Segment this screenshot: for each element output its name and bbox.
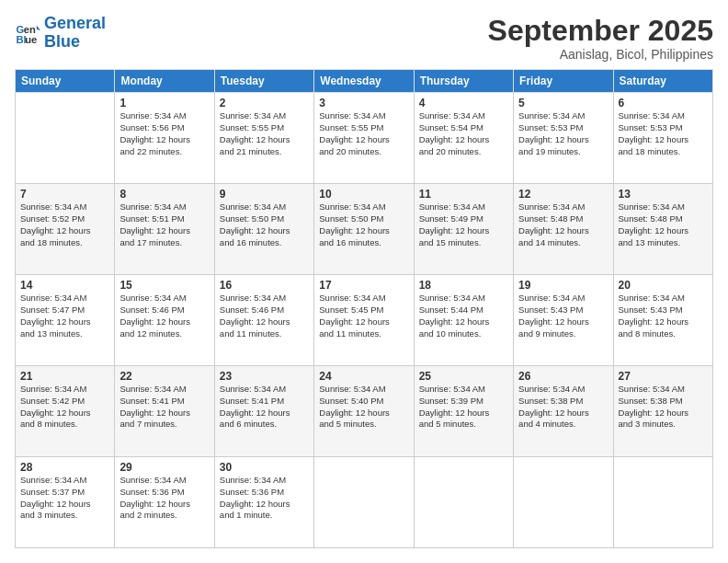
day-number: 25 <box>419 370 508 383</box>
calendar-cell <box>514 457 613 548</box>
day-info: Sunrise: 5:34 AMSunset: 5:38 PMDaylight:… <box>619 384 708 431</box>
day-number: 22 <box>119 370 209 383</box>
calendar-header-saturday: Saturday <box>613 70 712 93</box>
day-info: Sunrise: 5:34 AMSunset: 5:46 PMDaylight:… <box>119 293 209 339</box>
day-number: 8 <box>119 188 209 201</box>
day-number: 27 <box>619 370 708 383</box>
day-info: Sunrise: 5:34 AMSunset: 5:55 PMDaylight:… <box>220 110 309 157</box>
day-number: 23 <box>220 370 309 383</box>
day-number: 4 <box>419 97 508 109</box>
day-number: 29 <box>119 461 209 474</box>
location-subtitle: Aanislag, Bicol, Philippines <box>488 47 713 62</box>
day-number: 12 <box>518 188 608 201</box>
calendar-cell: 4 Sunrise: 5:34 AMSunset: 5:54 PMDayligh… <box>414 93 513 184</box>
calendar-cell: 23 Sunrise: 5:34 AMSunset: 5:41 PMDaylig… <box>214 366 313 457</box>
day-number: 14 <box>20 279 109 292</box>
day-number: 21 <box>20 370 109 383</box>
calendar-cell: 25 Sunrise: 5:34 AMSunset: 5:39 PMDaylig… <box>414 366 513 457</box>
calendar-cell: 3 Sunrise: 5:34 AMSunset: 5:55 PMDayligh… <box>314 93 414 184</box>
day-info: Sunrise: 5:34 AMSunset: 5:45 PMDaylight:… <box>319 293 408 339</box>
day-info: Sunrise: 5:34 AMSunset: 5:52 PMDaylight:… <box>20 201 109 248</box>
calendar-cell: 14 Sunrise: 5:34 AMSunset: 5:47 PMDaylig… <box>16 275 115 366</box>
day-info: Sunrise: 5:34 AMSunset: 5:56 PMDaylight:… <box>119 110 209 157</box>
calendar-header-thursday: Thursday <box>414 70 513 93</box>
calendar-cell: 19 Sunrise: 5:34 AMSunset: 5:43 PMDaylig… <box>514 275 613 366</box>
day-info: Sunrise: 5:34 AMSunset: 5:53 PMDaylight:… <box>518 110 608 157</box>
calendar-cell <box>613 457 712 548</box>
day-number: 19 <box>518 279 608 292</box>
calendar-cell: 24 Sunrise: 5:34 AMSunset: 5:40 PMDaylig… <box>314 366 414 457</box>
calendar-cell: 16 Sunrise: 5:34 AMSunset: 5:46 PMDaylig… <box>214 275 313 366</box>
day-info: Sunrise: 5:34 AMSunset: 5:48 PMDaylight:… <box>518 201 608 248</box>
calendar-header-tuesday: Tuesday <box>214 70 313 93</box>
day-info: Sunrise: 5:34 AMSunset: 5:39 PMDaylight:… <box>419 384 508 431</box>
day-info: Sunrise: 5:34 AMSunset: 5:36 PMDaylight:… <box>119 475 209 522</box>
day-info: Sunrise: 5:34 AMSunset: 5:50 PMDaylight:… <box>319 201 408 248</box>
day-number: 30 <box>220 461 309 474</box>
calendar-cell: 8 Sunrise: 5:34 AMSunset: 5:51 PMDayligh… <box>115 184 214 275</box>
calendar-cell: 12 Sunrise: 5:34 AMSunset: 5:48 PMDaylig… <box>514 184 613 275</box>
day-info: Sunrise: 5:34 AMSunset: 5:51 PMDaylight:… <box>119 201 209 248</box>
logo-text: GeneralBlue <box>44 15 106 52</box>
day-info: Sunrise: 5:34 AMSunset: 5:54 PMDaylight:… <box>419 110 508 157</box>
day-number: 11 <box>419 188 508 201</box>
day-number: 15 <box>119 279 209 292</box>
day-info: Sunrise: 5:34 AMSunset: 5:46 PMDaylight:… <box>220 293 309 339</box>
day-info: Sunrise: 5:34 AMSunset: 5:41 PMDaylight:… <box>119 384 209 431</box>
day-number: 20 <box>619 279 708 292</box>
day-number: 9 <box>220 188 309 201</box>
calendar-cell: 13 Sunrise: 5:34 AMSunset: 5:48 PMDaylig… <box>613 184 712 275</box>
day-number: 28 <box>20 461 109 474</box>
day-number: 6 <box>619 97 708 109</box>
day-info: Sunrise: 5:34 AMSunset: 5:42 PMDaylight:… <box>20 384 109 431</box>
month-title: September 2025 <box>488 15 713 47</box>
calendar-cell <box>414 457 513 548</box>
day-number: 1 <box>119 97 209 109</box>
calendar-cell: 11 Sunrise: 5:34 AMSunset: 5:49 PMDaylig… <box>414 184 513 275</box>
calendar-cell <box>16 93 115 184</box>
day-number: 7 <box>20 188 109 201</box>
page: G en Bl ue GeneralBlue September 2025 Aa… <box>0 0 728 563</box>
calendar-cell: 26 Sunrise: 5:34 AMSunset: 5:38 PMDaylig… <box>514 366 613 457</box>
title-block: September 2025 Aanislag, Bicol, Philippi… <box>488 15 713 62</box>
day-info: Sunrise: 5:34 AMSunset: 5:49 PMDaylight:… <box>419 201 508 248</box>
calendar-cell: 2 Sunrise: 5:34 AMSunset: 5:55 PMDayligh… <box>214 93 313 184</box>
day-number: 18 <box>419 279 508 292</box>
calendar-cell: 30 Sunrise: 5:34 AMSunset: 5:36 PMDaylig… <box>214 457 313 548</box>
day-number: 2 <box>220 97 309 109</box>
day-number: 3 <box>319 97 408 109</box>
day-info: Sunrise: 5:34 AMSunset: 5:40 PMDaylight:… <box>319 384 408 431</box>
calendar-header-friday: Friday <box>514 70 613 93</box>
day-info: Sunrise: 5:34 AMSunset: 5:55 PMDaylight:… <box>319 110 408 157</box>
calendar-cell: 22 Sunrise: 5:34 AMSunset: 5:41 PMDaylig… <box>115 366 214 457</box>
svg-marker-4 <box>37 25 40 30</box>
calendar-header-sunday: Sunday <box>16 70 115 93</box>
calendar-cell: 10 Sunrise: 5:34 AMSunset: 5:50 PMDaylig… <box>314 184 414 275</box>
day-number: 5 <box>518 97 608 109</box>
calendar-cell: 5 Sunrise: 5:34 AMSunset: 5:53 PMDayligh… <box>514 93 613 184</box>
calendar-header-wednesday: Wednesday <box>314 70 414 93</box>
calendar-header-monday: Monday <box>115 70 214 93</box>
calendar-cell: 1 Sunrise: 5:34 AMSunset: 5:56 PMDayligh… <box>115 93 214 184</box>
day-info: Sunrise: 5:34 AMSunset: 5:44 PMDaylight:… <box>419 293 508 339</box>
day-number: 16 <box>220 279 309 292</box>
day-info: Sunrise: 5:34 AMSunset: 5:37 PMDaylight:… <box>20 475 109 522</box>
day-info: Sunrise: 5:34 AMSunset: 5:43 PMDaylight:… <box>518 293 608 339</box>
day-info: Sunrise: 5:34 AMSunset: 5:48 PMDaylight:… <box>619 201 708 248</box>
calendar-cell: 15 Sunrise: 5:34 AMSunset: 5:46 PMDaylig… <box>115 275 214 366</box>
calendar-cell: 27 Sunrise: 5:34 AMSunset: 5:38 PMDaylig… <box>613 366 712 457</box>
calendar-cell: 6 Sunrise: 5:34 AMSunset: 5:53 PMDayligh… <box>613 93 712 184</box>
calendar-cell <box>314 457 414 548</box>
day-number: 13 <box>619 188 708 201</box>
day-info: Sunrise: 5:34 AMSunset: 5:50 PMDaylight:… <box>220 201 309 248</box>
calendar-cell: 17 Sunrise: 5:34 AMSunset: 5:45 PMDaylig… <box>314 275 414 366</box>
calendar-cell: 7 Sunrise: 5:34 AMSunset: 5:52 PMDayligh… <box>16 184 115 275</box>
svg-text:ue: ue <box>25 33 37 44</box>
day-number: 26 <box>518 370 608 383</box>
day-number: 24 <box>319 370 408 383</box>
day-info: Sunrise: 5:34 AMSunset: 5:36 PMDaylight:… <box>220 475 309 522</box>
day-info: Sunrise: 5:34 AMSunset: 5:43 PMDaylight:… <box>619 293 708 339</box>
day-info: Sunrise: 5:34 AMSunset: 5:47 PMDaylight:… <box>20 293 109 339</box>
day-number: 17 <box>319 279 408 292</box>
day-number: 10 <box>319 188 408 201</box>
